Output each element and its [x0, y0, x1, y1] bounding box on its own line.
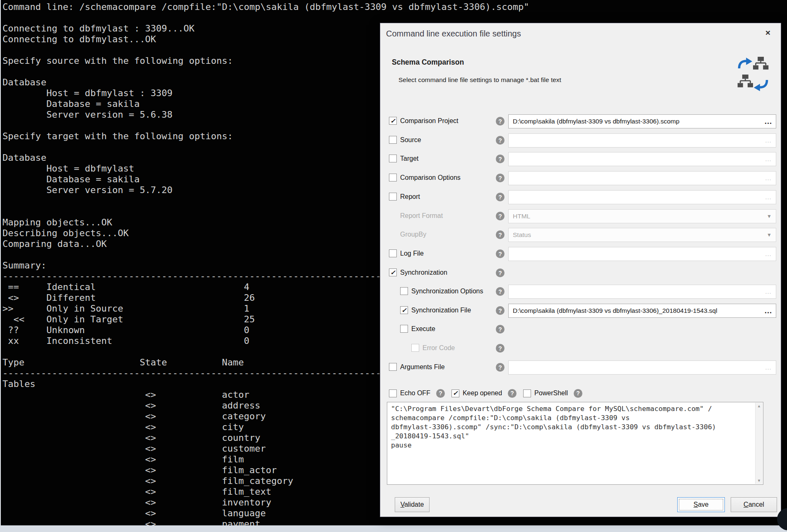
browse-button[interactable]: … — [761, 288, 776, 295]
echo-off-checkbox[interactable] — [389, 389, 397, 397]
synchronization-checkbox[interactable]: ✓ — [389, 268, 397, 276]
row-arguments-file: Arguments File ? … — [389, 360, 776, 375]
groupby-dropdown[interactable]: Status ▼ — [508, 228, 776, 242]
check-icon: ✓ — [453, 389, 458, 397]
help-icon[interactable]: ? — [496, 363, 505, 372]
textarea-scrollbar[interactable]: ▲ ▼ — [755, 403, 763, 484]
browse-button[interactable]: … — [761, 250, 776, 258]
execute-checkbox[interactable] — [400, 325, 408, 333]
row-synchronization-options: Synchronization Options ? … — [389, 285, 776, 299]
browse-button[interactable]: … — [761, 364, 776, 371]
echo-off-label: Echo OFF — [400, 389, 430, 397]
execute-label: Execute — [411, 325, 435, 333]
browse-button[interactable]: … — [761, 117, 776, 126]
browse-button[interactable]: … — [761, 193, 776, 201]
log-file-checkbox[interactable] — [389, 249, 397, 257]
row-execute: Execute ? — [389, 322, 776, 336]
save-button-label: Save — [693, 501, 708, 508]
report-format-dropdown[interactable]: HTML ▼ — [508, 209, 776, 223]
browse-button[interactable]: … — [761, 306, 776, 315]
error-code-label: Error Code — [422, 344, 455, 352]
row-target: Target ? … — [389, 152, 776, 166]
check-icon: ✓ — [401, 307, 407, 314]
help-icon[interactable]: ? — [496, 325, 505, 334]
arguments-file-input[interactable]: … — [508, 360, 776, 375]
help-icon[interactable]: ? — [496, 344, 505, 353]
groupby-value: Status — [509, 231, 763, 239]
groupby-label: GroupBy — [400, 231, 426, 238]
help-icon[interactable]: ? — [496, 249, 505, 258]
chevron-down-icon[interactable]: ▼ — [763, 213, 776, 219]
browse-button[interactable]: … — [761, 155, 776, 163]
source-checkbox[interactable] — [389, 136, 397, 144]
check-icon: ✓ — [390, 117, 396, 125]
help-icon[interactable]: ? — [496, 287, 505, 296]
help-icon[interactable]: ? — [496, 212, 505, 220]
report-format-label: Report Format — [400, 212, 443, 220]
row-log-file: Log File ? … — [389, 247, 776, 261]
error-code-checkbox — [411, 344, 419, 352]
help-icon[interactable]: ? — [496, 306, 505, 315]
row-synchronization: ✓ Synchronization ? — [389, 266, 776, 280]
dialog-title: Command line execution file settings — [386, 29, 521, 39]
powershell-checkbox[interactable] — [523, 389, 531, 397]
keep-opened-option: ✓ Keep opened ? — [451, 389, 517, 398]
dialog-command-line-execution-file-settings: Command line execution file settings × S… — [380, 23, 781, 517]
arguments-file-label: Arguments File — [400, 363, 445, 371]
powershell-option: PowerShell ? — [523, 389, 582, 398]
window-bottom-edge — [0, 525, 787, 532]
help-icon[interactable]: ? — [508, 389, 517, 398]
keep-opened-label: Keep opened — [463, 389, 502, 397]
help-icon[interactable]: ? — [496, 117, 505, 126]
cancel-button-label: Cancel — [744, 501, 764, 508]
row-synchronization-file: ✓ Synchronization File ? D:\comp\sakila … — [389, 304, 776, 318]
target-input[interactable]: … — [508, 152, 776, 166]
cancel-button[interactable]: Cancel — [731, 497, 777, 512]
row-comparison-options: Comparison Options ? … — [389, 171, 776, 185]
comparison-options-checkbox[interactable] — [389, 174, 397, 181]
report-format-value: HTML — [509, 213, 763, 220]
log-file-input[interactable]: … — [508, 247, 776, 261]
help-icon[interactable]: ? — [574, 389, 582, 398]
powershell-label: PowerShell — [534, 389, 568, 397]
comparison-options-input[interactable]: … — [508, 171, 776, 185]
target-label: Target — [400, 155, 418, 162]
chevron-down-icon[interactable]: ▼ — [763, 232, 776, 238]
window-left-edge — [0, 0, 1, 532]
synchronization-file-input[interactable]: D:\comp\sakila (dbfmylast-3309 vs dbfmyl… — [508, 304, 776, 318]
help-icon[interactable]: ? — [496, 174, 505, 182]
save-button[interactable]: Save — [677, 497, 725, 512]
schema-compare-icon — [736, 56, 770, 94]
comparison-project-input[interactable]: D:\comp\sakila (dbfmylast-3309 vs dbfmyl… — [508, 114, 776, 128]
help-icon[interactable]: ? — [436, 389, 445, 398]
scroll-up-icon[interactable]: ▲ — [756, 404, 763, 408]
comparison-project-checkbox[interactable]: ✓ — [389, 117, 397, 125]
help-icon[interactable]: ? — [496, 193, 505, 201]
row-report: Report ? … — [389, 190, 776, 204]
synchronization-options-label: Synchronization Options — [411, 288, 483, 295]
help-icon[interactable]: ? — [496, 155, 505, 163]
help-icon[interactable]: ? — [496, 230, 505, 239]
validate-button[interactable]: Validate — [395, 497, 430, 512]
synchronization-file-checkbox[interactable]: ✓ — [400, 306, 408, 314]
browse-button[interactable]: … — [761, 174, 776, 182]
close-icon[interactable]: × — [762, 27, 774, 39]
scroll-down-icon[interactable]: ▼ — [756, 479, 763, 483]
report-input[interactable]: … — [508, 190, 776, 204]
keep-opened-checkbox[interactable]: ✓ — [451, 389, 459, 397]
help-icon[interactable]: ? — [496, 136, 505, 145]
target-checkbox[interactable] — [389, 155, 397, 162]
synchronization-options-checkbox[interactable] — [400, 287, 408, 295]
arguments-file-checkbox[interactable] — [389, 363, 397, 371]
help-icon[interactable]: ? — [496, 268, 505, 277]
synchronization-options-input[interactable]: … — [508, 285, 776, 299]
report-checkbox[interactable] — [389, 193, 397, 201]
comparison-options-label: Comparison Options — [400, 174, 461, 181]
source-input[interactable]: … — [508, 133, 776, 148]
browse-button[interactable]: … — [761, 137, 776, 144]
bat-script-textarea[interactable]: "C:\Program Files\Devart\dbForge Schema … — [387, 402, 763, 485]
synchronization-label: Synchronization — [400, 269, 447, 276]
synchronization-file-value: D:\comp\sakila (dbfmylast-3309 vs dbfmyl… — [509, 307, 761, 314]
report-label: Report — [400, 193, 420, 201]
log-file-label: Log File — [400, 250, 424, 257]
